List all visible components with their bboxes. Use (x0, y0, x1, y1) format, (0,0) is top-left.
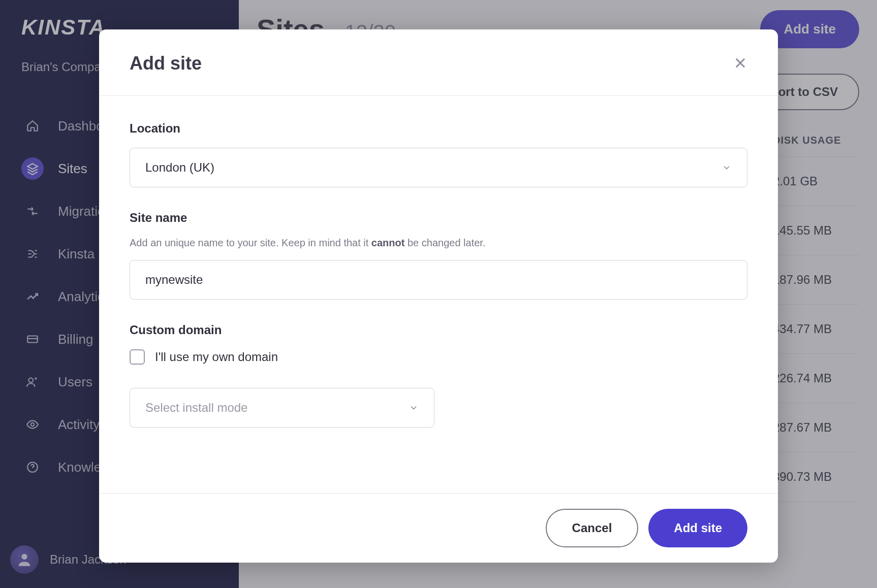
install-mode-select[interactable]: Select install mode (130, 388, 434, 428)
own-domain-row[interactable]: I'll use my own domain (130, 349, 747, 365)
install-mode-group: Select install mode (130, 388, 747, 428)
custom-domain-label: Custom domain (130, 323, 747, 337)
chevron-down-icon (409, 403, 419, 413)
location-group: Location London (UK) (130, 121, 747, 187)
close-button[interactable] (733, 56, 747, 72)
location-value: London (UK) (145, 160, 214, 175)
own-domain-checkbox[interactable] (130, 349, 145, 365)
sitename-hint: Add an unique name to your site. Keep in… (130, 237, 747, 249)
sitename-label: Site name (130, 211, 747, 225)
chevron-down-icon (722, 162, 732, 173)
modal-body: Location London (UK) Site name Add an un… (99, 96, 778, 493)
own-domain-label: I'll use my own domain (155, 350, 278, 364)
custom-domain-group: Custom domain I'll use my own domain (130, 323, 747, 365)
location-label: Location (130, 121, 747, 136)
sitename-group: Site name Add an unique name to your sit… (130, 211, 747, 300)
install-mode-placeholder: Select install mode (145, 401, 247, 415)
add-site-modal: Add site Location London (UK) Site name … (99, 29, 778, 563)
sitename-input[interactable] (145, 273, 732, 287)
modal-footer: Cancel Add site (99, 493, 778, 563)
location-select[interactable]: London (UK) (130, 148, 747, 187)
cancel-button[interactable]: Cancel (546, 509, 639, 547)
submit-add-site-button[interactable]: Add site (648, 509, 747, 547)
sitename-input-wrap[interactable] (130, 260, 747, 300)
modal-header: Add site (99, 29, 778, 96)
modal-title: Add site (130, 53, 202, 74)
close-icon (733, 56, 747, 70)
